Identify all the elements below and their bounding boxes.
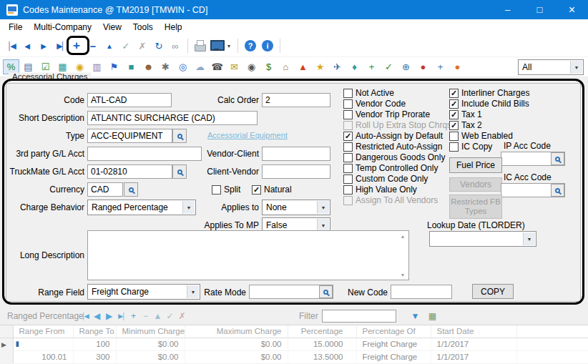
applies-to-select[interactable]: None▼: [262, 200, 330, 215]
checkbox-include-child-bills[interactable]: Include Child Bills: [449, 99, 529, 109]
camera-icon[interactable]: ◉: [243, 59, 260, 74]
phone-icon[interactable]: ☎: [209, 59, 225, 74]
link-button[interactable]: ∞: [167, 38, 183, 54]
menu-help[interactable]: Help: [159, 19, 188, 35]
detail-prev-button[interactable]: ◀: [91, 310, 103, 323]
checkbox-not-active[interactable]: Not Active: [343, 88, 394, 98]
column-minimum-charge[interactable]: Minimum Charge: [116, 325, 185, 338]
menu-multi-company[interactable]: Multi-Company: [28, 19, 97, 35]
detail-delete-button[interactable]: −: [139, 310, 152, 323]
checkbox-high-value-only[interactable]: High Value Only: [343, 185, 417, 195]
cell-percentage-of[interactable]: Freight Charge: [356, 338, 431, 350]
checkbox-restricted-auto-assign[interactable]: Restricted Auto-Assign: [343, 142, 442, 152]
detail-edit-button[interactable]: ▲: [152, 310, 164, 323]
filter-input[interactable]: [322, 310, 396, 323]
range-field-select[interactable]: Freight Charge▼: [87, 284, 200, 300]
edit-record-button[interactable]: ▲: [102, 38, 117, 54]
money-icon[interactable]: $: [260, 59, 277, 74]
scroll-down-icon[interactable]: ▾: [398, 270, 408, 279]
checkbox-web-enabled[interactable]: Web Enabled: [449, 131, 513, 141]
filter-funnel-icon[interactable]: ▼: [409, 310, 421, 323]
new-code-input[interactable]: [391, 285, 452, 299]
add-green-icon[interactable]: +: [363, 59, 380, 74]
checkbox-interliner-charges[interactable]: Interliner Charges: [449, 88, 529, 98]
hazard-icon[interactable]: ▲: [295, 59, 311, 74]
column-range-to[interactable]: Range To: [73, 325, 116, 338]
checkbox-auto-assign-by-default[interactable]: Auto-Assign by Default: [343, 131, 443, 141]
chevron-down-icon[interactable]: ▼: [570, 61, 582, 74]
detail-post-button[interactable]: ✓: [164, 310, 176, 323]
chevron-down-icon[interactable]: ▼: [523, 232, 535, 245]
add-record-button[interactable]: +: [69, 38, 84, 54]
checkbox-ic-copy[interactable]: IC Copy: [449, 142, 492, 152]
cell-percentage[interactable]: 15.0000: [288, 338, 356, 350]
column-maximum-charge[interactable]: Maximum Charge: [185, 325, 288, 338]
detail-last-button[interactable]: ▶│: [115, 310, 127, 323]
menu-tools[interactable]: Tools: [127, 19, 159, 35]
checkbox-vendor-trip-prorate[interactable]: Vendor Trip Prorate: [343, 109, 430, 119]
medical-cross-icon[interactable]: +: [432, 59, 449, 74]
cell-minimum-charge[interactable]: $0.00: [116, 338, 185, 350]
currency-input[interactable]: [87, 182, 123, 197]
network-icon[interactable]: ⊕: [398, 59, 414, 74]
currency-lookup-button[interactable]: [124, 182, 138, 197]
accessorial-equipment-link[interactable]: Accessorial Equipment: [207, 131, 288, 139]
bank-icon[interactable]: ⌂: [278, 59, 294, 74]
cell-percentage-of[interactable]: Freight Charge: [356, 350, 431, 363]
cell-maximum-charge[interactable]: $0.00: [185, 350, 288, 363]
refresh-button[interactable]: ↻: [151, 38, 167, 54]
print-button[interactable]: [192, 38, 207, 54]
rate-mode-lookup-button[interactable]: [319, 285, 333, 298]
detail-add-button[interactable]: +: [127, 310, 139, 323]
alert-icon[interactable]: ●: [415, 59, 431, 74]
cell-minimum-charge[interactable]: $0.00: [116, 350, 185, 363]
star-icon[interactable]: ★: [312, 59, 328, 74]
prev-record-button[interactable]: ◀: [19, 38, 35, 54]
row-selector-cell[interactable]: ▶: [0, 338, 13, 350]
cell-range-to[interactable]: 100: [73, 338, 116, 350]
restricted-fb-types-button[interactable]: Restricted FB Types: [449, 195, 502, 219]
plane-icon[interactable]: ✈: [329, 59, 346, 74]
grid-row[interactable]: 100.01 300 $0.00 $0.00 13.5000 Freight C…: [0, 350, 588, 363]
tools-icon[interactable]: ✱: [157, 59, 174, 74]
checkbox-roll-up-extra-stop-chrqs[interactable]: Roll Up Extra Stop Chrqs: [343, 120, 451, 130]
calc-order-input[interactable]: [262, 93, 330, 107]
column-range-from[interactable]: Range From: [13, 325, 73, 338]
checkbox-vendor-code[interactable]: Vendor Code: [343, 99, 406, 109]
cell-range-from[interactable]: ▮: [13, 338, 73, 350]
fuel-ball-icon[interactable]: ●: [449, 59, 466, 74]
long-description-input[interactable]: ▴ ▾: [87, 230, 409, 280]
short-description-input[interactable]: [87, 111, 258, 125]
cell-maximum-charge[interactable]: $0.00: [185, 338, 288, 350]
third-party-gl-input[interactable]: [87, 147, 202, 161]
last-record-button[interactable]: ▶│: [52, 38, 68, 54]
checkbox-temp-controlled-only[interactable]: Temp Controlled Only: [343, 163, 438, 173]
code-type-filter-select[interactable]: All ▼: [518, 59, 584, 75]
checkbox-dangerous-goods-only[interactable]: Dangerous Goods Only: [343, 152, 445, 162]
cancel-button[interactable]: ✗: [134, 38, 150, 54]
truckmate-gl-input[interactable]: [87, 164, 172, 179]
code-input[interactable]: [87, 93, 172, 107]
chevron-down-icon[interactable]: ▼: [187, 285, 199, 298]
column-start-date[interactable]: Start Date: [431, 325, 516, 338]
checkbox-tax-2[interactable]: Tax 2: [449, 120, 482, 130]
close-button[interactable]: ×: [556, 0, 588, 19]
help-button[interactable]: ?: [245, 40, 256, 51]
truck-icon[interactable]: ■: [123, 59, 139, 74]
maximize-button[interactable]: □: [524, 0, 556, 19]
cell-range-to[interactable]: 300: [73, 350, 116, 363]
checkbox-custom-code-only[interactable]: Custom Code Only: [343, 174, 428, 184]
checkbox-assign-to-all-vendors[interactable]: Assign To All Vendors: [343, 195, 438, 205]
grid-layout-icon[interactable]: ▦: [426, 310, 438, 323]
column-percentage-of[interactable]: Percentage Of: [356, 325, 431, 338]
chevron-down-icon[interactable]: ▼: [317, 201, 329, 214]
cell-percentage[interactable]: 13.5000: [288, 350, 356, 363]
chevron-down-icon[interactable]: ▼: [182, 201, 195, 214]
approve-check-icon[interactable]: ✓: [381, 59, 397, 74]
vendor-client-input[interactable]: [262, 147, 330, 161]
cell-range-from[interactable]: 100.01: [13, 350, 73, 363]
copy-button[interactable]: COPY: [472, 284, 514, 299]
mail-icon[interactable]: ✉: [226, 59, 242, 74]
flag-icon[interactable]: ⚑: [106, 59, 122, 74]
grid-row-selected[interactable]: ▶ ▮ 100 $0.00 $0.00 15.0000 Freight Char…: [0, 338, 588, 350]
